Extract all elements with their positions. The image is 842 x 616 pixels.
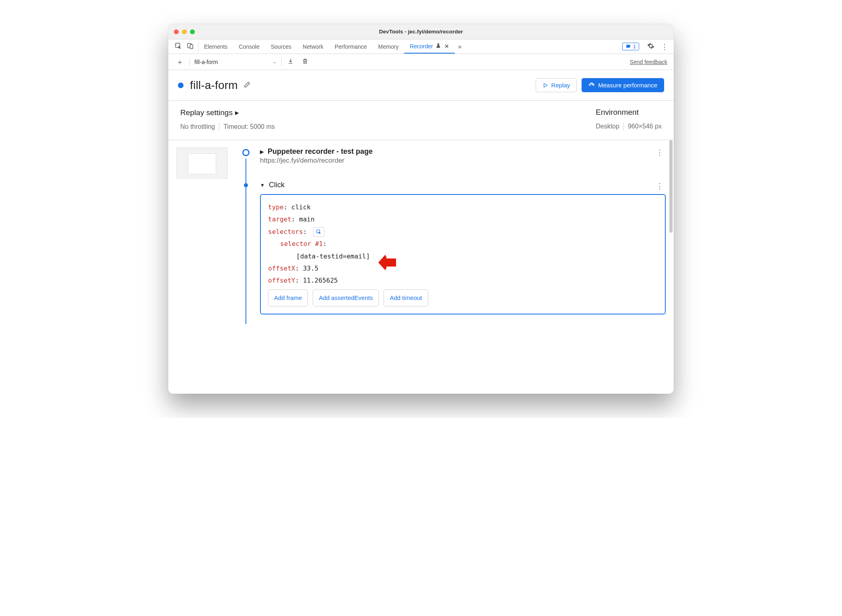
tab-memory[interactable]: Memory — [373, 39, 404, 54]
prop-val-offsety[interactable]: 11.265625 — [303, 277, 338, 284]
step-marker-icon — [244, 183, 248, 187]
new-recording-button[interactable]: ＋ — [172, 57, 188, 67]
edit-name-button[interactable] — [244, 81, 251, 90]
prop-key-offsetx: offsetX — [268, 265, 295, 272]
measure-performance-button[interactable]: Measure performance — [582, 78, 664, 92]
chevron-down-icon: ⌄ — [273, 59, 277, 64]
kebab-menu-icon[interactable]: ⋮ — [658, 42, 671, 51]
export-button[interactable] — [283, 58, 298, 66]
tab-recorder[interactable]: Recorder ✕ — [404, 39, 455, 54]
step-navigate[interactable]: ▶ Puppeteer recorder - test page https:/… — [235, 147, 666, 165]
device-value: Desktop — [596, 123, 619, 130]
replay-label: Replay — [551, 82, 570, 89]
selector-picker-button[interactable] — [313, 227, 324, 237]
svg-rect-2 — [190, 45, 193, 49]
replay-settings-label: Replay settings — [180, 108, 233, 117]
prop-key-offsety: offsetY — [268, 277, 295, 284]
experiment-icon — [435, 43, 441, 50]
devtools-tabs: Elements Console Sources Network Perform… — [168, 39, 674, 54]
titlebar: DevTools - jec.fyi/demo/recorder — [168, 24, 674, 39]
prop-key-type: type — [268, 203, 284, 211]
prop-key-target: target — [268, 215, 291, 223]
add-frame-button[interactable]: Add frame — [268, 289, 308, 307]
step-click-header[interactable]: ▼ Click — [260, 181, 666, 189]
issues-badge[interactable]: 1 — [622, 43, 639, 50]
replay-button[interactable]: Replay — [536, 78, 577, 92]
caret-right-icon: ▸ — [235, 108, 239, 117]
inspect-icon[interactable] — [175, 42, 182, 51]
step-click: ▼ Click ⋮ type: click target: main selec… — [235, 181, 666, 314]
prop-val-target[interactable]: main — [299, 215, 315, 223]
recording-header: fill-a-form Replay Measure performance — [168, 70, 674, 101]
step-menu-button[interactable]: ⋮ — [656, 148, 663, 157]
recording-name: fill-a-form — [194, 59, 218, 65]
prop-val-offsetx[interactable]: 33.5 — [303, 265, 319, 272]
page-thumbnail — [176, 147, 228, 179]
tab-console[interactable]: Console — [233, 39, 265, 54]
status-dot-icon — [178, 83, 184, 88]
prop-key-selector1: selector #1 — [280, 240, 323, 248]
window-title: DevTools - jec.fyi/demo/recorder — [168, 29, 674, 35]
prop-val-selector1[interactable]: [data-testid=email] — [296, 252, 370, 260]
recording-title: fill-a-form — [190, 79, 238, 92]
settings-icon[interactable] — [644, 42, 658, 51]
tab-elements[interactable]: Elements — [198, 39, 233, 54]
recorder-toolbar: ＋ fill-a-form ⌄ Send feedback — [168, 54, 674, 70]
annotation-arrow-icon — [378, 254, 397, 275]
delete-button[interactable] — [298, 58, 312, 66]
more-tabs-icon[interactable]: » — [455, 43, 465, 50]
add-asserted-events-button[interactable]: Add assertedEvents — [313, 289, 379, 307]
add-timeout-button[interactable]: Add timeout — [384, 289, 428, 307]
settings-row: Replay settings ▸ No throttling Timeout:… — [168, 101, 674, 140]
tab-sources[interactable]: Sources — [265, 39, 297, 54]
caret-down-icon: ▼ — [260, 182, 265, 188]
step-menu-button[interactable]: ⋮ — [656, 182, 663, 190]
caret-right-icon: ▶ — [260, 149, 264, 155]
tab-network[interactable]: Network — [297, 39, 329, 54]
step-navigate-url: https://jec.fyi/demo/recorder — [260, 157, 666, 165]
step-click-label: Click — [269, 181, 285, 189]
issues-count: 1 — [633, 43, 636, 50]
throttling-value: No throttling — [180, 123, 215, 130]
step-navigate-title: Puppeteer recorder - test page — [268, 147, 373, 156]
replay-settings-toggle[interactable]: Replay settings ▸ — [180, 108, 596, 117]
environment-heading: Environment — [596, 108, 662, 117]
close-tab-icon[interactable]: ✕ — [444, 43, 449, 50]
step-marker-icon — [242, 149, 250, 156]
tab-performance[interactable]: Performance — [329, 39, 372, 54]
timeline-area: ▶ Puppeteer recorder - test page https:/… — [168, 140, 674, 394]
prop-key-selectors: selectors — [268, 228, 303, 236]
recording-dropdown[interactable]: fill-a-form ⌄ — [191, 59, 280, 65]
timeout-value: Timeout: 5000 ms — [223, 123, 274, 130]
scrollbar[interactable] — [669, 140, 673, 233]
device-toggle-icon[interactable] — [187, 42, 194, 51]
prop-val-type[interactable]: click — [291, 203, 311, 211]
measure-label: Measure performance — [598, 82, 657, 89]
devtools-window: DevTools - jec.fyi/demo/recorder Element… — [168, 24, 674, 394]
send-feedback-link[interactable]: Send feedback — [630, 59, 667, 65]
viewport-value: 960×546 px — [628, 123, 662, 130]
tab-recorder-label: Recorder — [410, 43, 433, 50]
step-details-box: type: click target: main selectors: sele… — [260, 194, 666, 314]
